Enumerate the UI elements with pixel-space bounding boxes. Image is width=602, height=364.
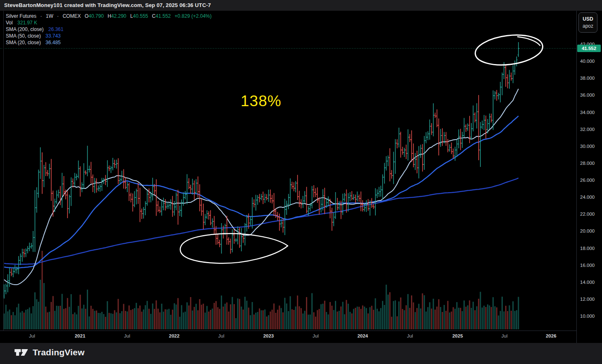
time-tick-year: 2024	[357, 333, 368, 338]
price-tick-label: 10.000	[580, 314, 595, 319]
time-tick-month: Jul	[313, 333, 319, 338]
time-tick-year: 2026	[546, 333, 557, 338]
sma20-value: 36.485	[45, 40, 61, 45]
chart-canvas[interactable]	[0, 11, 602, 343]
tradingview-app: SteveBartonMoney101 created with Trading…	[0, 0, 602, 364]
interval-label[interactable]: 1W	[46, 13, 53, 19]
volume-value: 321.97 K	[17, 20, 37, 26]
symbol-title: Silver Futures	[6, 13, 36, 19]
legend-symbol-row: Silver Futures · 1W · COMEX O40.790 H42.…	[6, 13, 214, 19]
price-tick-label: 22.000	[580, 212, 595, 216]
separator-dot: ·	[40, 13, 42, 19]
price-tick-label: 40.000	[580, 59, 595, 64]
sma200-label: SMA (200, close)	[6, 26, 43, 32]
time-axis[interactable]: Jul2021Jul2022Jul2023Jul2024Jul2025Jul20…	[0, 331, 576, 343]
price-tick-label: 24.000	[580, 195, 595, 200]
close-value: C41.552	[152, 13, 171, 19]
last-price-tag: 41.552	[577, 45, 601, 52]
separator-dot: ·	[57, 13, 59, 19]
price-tick-label: 26.000	[580, 178, 595, 183]
legend-volume-row: Vol 321.97 K	[6, 19, 214, 26]
price-tick-label: 32.000	[580, 127, 595, 132]
price-tick-label: 30.000	[580, 144, 595, 149]
sma200-value: 26.361	[48, 26, 64, 32]
price-axis[interactable]: 42.00040.00038.00036.00034.00032.00030.0…	[577, 11, 602, 331]
sma50-value: 33.743	[45, 33, 61, 39]
footer-bar: TradingView	[0, 343, 602, 364]
tradingview-logo-text: TradingView	[33, 347, 85, 357]
legend-sma20-row[interactable]: SMA (20, close) 36.485	[6, 39, 214, 46]
exchange-label: COMEX	[62, 13, 81, 19]
price-tick-label: 12.000	[580, 297, 595, 302]
price-tick-label: 36.000	[580, 93, 595, 98]
price-tick-label: 28.000	[580, 161, 595, 166]
percent-annotation: 138%	[241, 93, 282, 110]
volume-label: Vol	[6, 20, 13, 26]
price-chart[interactable]	[0, 11, 602, 343]
time-tick-year: 2021	[75, 333, 86, 338]
change-value: +0.829 (+2.04%)	[174, 13, 211, 19]
time-tick-year: 2022	[169, 333, 179, 338]
time-tick-month: Jul	[124, 333, 130, 338]
sma20-label: SMA (20, close)	[6, 40, 41, 45]
time-tick-year: 2023	[263, 333, 274, 338]
price-tick-label: 18.000	[580, 246, 595, 251]
price-tick-label: 34.000	[580, 110, 595, 115]
tradingview-logo[interactable]: TradingView	[14, 347, 85, 357]
time-tick-month: Jul	[407, 333, 413, 338]
attribution-bar: SteveBartonMoney101 created with Trading…	[0, 0, 602, 11]
attribution-text: SteveBartonMoney101 created with Trading…	[4, 2, 211, 8]
sma50-label: SMA (50, close)	[6, 33, 41, 39]
legend: Silver Futures · 1W · COMEX O40.790 H42.…	[6, 13, 214, 46]
pane-left-border	[3, 11, 4, 331]
tradingview-logo-icon	[14, 348, 29, 357]
price-tick-label: 14.000	[580, 280, 595, 285]
high-value: H42.290	[108, 13, 126, 19]
time-tick-month: Jul	[218, 333, 225, 338]
time-tick-month: Jul	[502, 333, 508, 338]
price-tick-label: 38.000	[580, 76, 595, 81]
low-value: L40.555	[130, 13, 148, 19]
time-tick-year: 2025	[452, 333, 463, 338]
time-tick-month: Jul	[29, 333, 35, 338]
price-tick-label: 20.000	[580, 228, 595, 233]
price-tick-label: 16.000	[580, 263, 595, 268]
legend-sma200-row[interactable]: SMA (200, close) 26.361	[6, 26, 214, 33]
legend-sma50-row[interactable]: SMA (50, close) 33.743	[6, 33, 214, 39]
open-value: O40.790	[85, 13, 104, 19]
